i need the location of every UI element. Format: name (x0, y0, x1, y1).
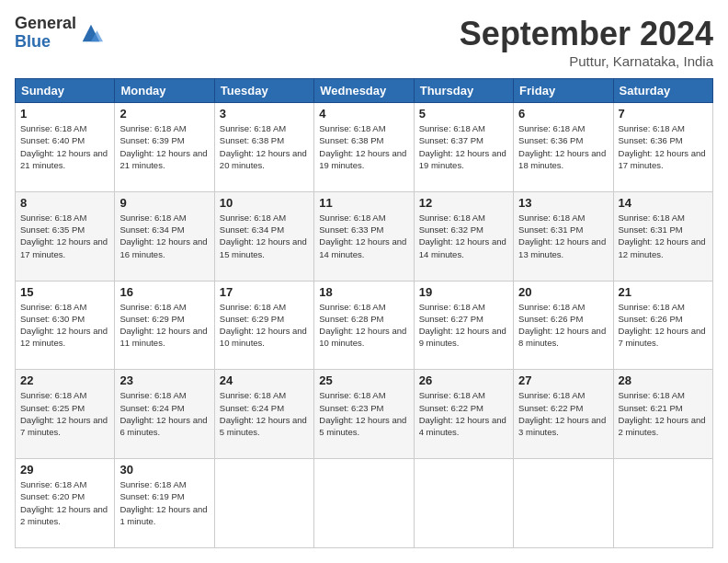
table-row: 16 Sunrise: 6:18 AM Sunset: 6:29 PM Dayl… (115, 281, 214, 370)
table-row (314, 459, 414, 548)
daylight-label: Daylight: 12 hours and 13 minutes. (518, 236, 606, 259)
sunrise-label: Sunrise: 6:18 AM (119, 213, 186, 223)
day-number: 14 (619, 196, 708, 210)
sunrise-label: Sunrise: 6:18 AM (419, 302, 485, 312)
day-info: Sunrise: 6:18 AM Sunset: 6:25 PM Dayligh… (20, 389, 109, 438)
sunset-label: Sunset: 6:22 PM (419, 403, 483, 413)
day-number: 15 (20, 285, 109, 299)
day-number: 9 (119, 196, 209, 210)
sunset-label: Sunset: 6:22 PM (518, 403, 583, 413)
day-info: Sunrise: 6:18 AM Sunset: 6:29 PM Dayligh… (119, 301, 209, 350)
day-info: Sunrise: 6:18 AM Sunset: 6:24 PM Dayligh… (220, 389, 309, 438)
day-number: 18 (319, 285, 408, 299)
daylight-label: Daylight: 12 hours and 21 minutes. (20, 148, 108, 170)
sunset-label: Sunset: 6:21 PM (619, 403, 683, 413)
sunrise-label: Sunrise: 6:18 AM (619, 302, 685, 312)
day-number: 24 (220, 373, 309, 387)
col-sunday: Sunday (16, 79, 115, 103)
sunrise-label: Sunrise: 6:18 AM (20, 213, 86, 223)
sunrise-label: Sunrise: 6:18 AM (319, 390, 385, 400)
sunset-label: Sunset: 6:20 PM (20, 491, 85, 501)
table-row: 21 Sunrise: 6:18 AM Sunset: 6:26 PM Dayl… (613, 281, 712, 370)
col-saturday: Saturday (613, 79, 712, 103)
daylight-label: Daylight: 12 hours and 3 minutes. (518, 415, 606, 437)
sunset-label: Sunset: 6:34 PM (119, 224, 184, 235)
day-info: Sunrise: 6:18 AM Sunset: 6:36 PM Dayligh… (518, 122, 608, 171)
day-info: Sunrise: 6:18 AM Sunset: 6:38 PM Dayligh… (220, 122, 309, 171)
table-row: 12 Sunrise: 6:18 AM Sunset: 6:32 PM Dayl… (414, 191, 513, 281)
sunset-label: Sunset: 6:36 PM (619, 135, 683, 145)
table-row: 18 Sunrise: 6:18 AM Sunset: 6:28 PM Dayl… (314, 281, 414, 370)
table-row: 23 Sunrise: 6:18 AM Sunset: 6:24 PM Dayl… (115, 370, 214, 459)
daylight-label: Daylight: 12 hours and 10 minutes. (220, 326, 307, 348)
daylight-label: Daylight: 12 hours and 7 minutes. (619, 326, 706, 348)
daylight-label: Daylight: 12 hours and 7 minutes. (20, 415, 108, 437)
sunrise-label: Sunrise: 6:18 AM (518, 302, 585, 312)
day-number: 2 (119, 107, 209, 121)
day-info: Sunrise: 6:18 AM Sunset: 6:40 PM Dayligh… (20, 122, 109, 171)
table-row: 28 Sunrise: 6:18 AM Sunset: 6:21 PM Dayl… (613, 370, 712, 459)
table-row: 17 Sunrise: 6:18 AM Sunset: 6:29 PM Dayl… (214, 281, 313, 370)
logo-text: General Blue (15, 15, 76, 52)
day-info: Sunrise: 6:18 AM Sunset: 6:31 PM Dayligh… (518, 212, 608, 260)
sunset-label: Sunset: 6:26 PM (518, 314, 583, 324)
sunrise-label: Sunrise: 6:18 AM (319, 302, 385, 312)
calendar-table: Sunday Monday Tuesday Wednesday Thursday… (15, 78, 713, 548)
sunset-label: Sunset: 6:38 PM (220, 135, 284, 145)
sunset-label: Sunset: 6:26 PM (619, 314, 683, 324)
day-info: Sunrise: 6:18 AM Sunset: 6:21 PM Dayligh… (619, 389, 708, 438)
day-number: 22 (20, 373, 109, 387)
sunset-label: Sunset: 6:31 PM (619, 224, 683, 235)
daylight-label: Daylight: 12 hours and 14 minutes. (419, 236, 506, 259)
table-row: 4 Sunrise: 6:18 AM Sunset: 6:38 PM Dayli… (314, 103, 414, 192)
day-info: Sunrise: 6:18 AM Sunset: 6:32 PM Dayligh… (419, 212, 508, 260)
page: General Blue September 2024 Puttur, Karn… (0, 0, 728, 563)
day-info: Sunrise: 6:18 AM Sunset: 6:39 PM Dayligh… (119, 122, 209, 171)
day-info: Sunrise: 6:18 AM Sunset: 6:34 PM Dayligh… (220, 212, 309, 260)
daylight-label: Daylight: 12 hours and 2 minutes. (619, 415, 706, 437)
day-info: Sunrise: 6:18 AM Sunset: 6:35 PM Dayligh… (20, 212, 109, 260)
sunrise-label: Sunrise: 6:18 AM (119, 390, 186, 400)
calendar-week-row: 29 Sunrise: 6:18 AM Sunset: 6:20 PM Dayl… (16, 459, 713, 548)
table-row: 26 Sunrise: 6:18 AM Sunset: 6:22 PM Dayl… (414, 370, 513, 459)
sunrise-label: Sunrise: 6:18 AM (220, 390, 286, 400)
sunset-label: Sunset: 6:38 PM (319, 135, 383, 145)
sunrise-label: Sunrise: 6:18 AM (220, 213, 286, 223)
daylight-label: Daylight: 12 hours and 14 minutes. (319, 236, 406, 259)
sunset-label: Sunset: 6:33 PM (319, 224, 383, 235)
day-info: Sunrise: 6:18 AM Sunset: 6:33 PM Dayligh… (319, 212, 408, 260)
table-row: 10 Sunrise: 6:18 AM Sunset: 6:34 PM Dayl… (214, 191, 313, 281)
table-row: 25 Sunrise: 6:18 AM Sunset: 6:23 PM Dayl… (314, 370, 414, 459)
sunrise-label: Sunrise: 6:18 AM (220, 123, 286, 133)
day-info: Sunrise: 6:18 AM Sunset: 6:19 PM Dayligh… (119, 478, 209, 527)
sunrise-label: Sunrise: 6:18 AM (518, 390, 585, 400)
col-thursday: Thursday (414, 79, 513, 103)
sunrise-label: Sunrise: 6:18 AM (319, 213, 385, 223)
day-info: Sunrise: 6:18 AM Sunset: 6:36 PM Dayligh… (619, 122, 708, 171)
sunset-label: Sunset: 6:29 PM (119, 314, 184, 324)
sunrise-label: Sunrise: 6:18 AM (419, 123, 485, 133)
table-row: 13 Sunrise: 6:18 AM Sunset: 6:31 PM Dayl… (514, 191, 613, 281)
sunset-label: Sunset: 6:35 PM (20, 224, 85, 235)
title-block: September 2024 Puttur, Karnataka, India (460, 15, 713, 69)
sunset-label: Sunset: 6:27 PM (419, 314, 483, 324)
table-row: 3 Sunrise: 6:18 AM Sunset: 6:38 PM Dayli… (214, 103, 313, 192)
daylight-label: Daylight: 12 hours and 18 minutes. (518, 148, 606, 170)
day-number: 3 (220, 107, 309, 121)
sunrise-label: Sunrise: 6:18 AM (220, 302, 286, 312)
day-number: 25 (319, 373, 408, 387)
day-number: 12 (419, 196, 508, 210)
sunrise-label: Sunrise: 6:18 AM (119, 123, 186, 133)
daylight-label: Daylight: 12 hours and 17 minutes. (619, 148, 706, 170)
table-row: 19 Sunrise: 6:18 AM Sunset: 6:27 PM Dayl… (414, 281, 513, 370)
day-info: Sunrise: 6:18 AM Sunset: 6:38 PM Dayligh… (319, 122, 408, 171)
day-info: Sunrise: 6:18 AM Sunset: 6:26 PM Dayligh… (518, 301, 608, 350)
day-info: Sunrise: 6:18 AM Sunset: 6:30 PM Dayligh… (20, 301, 109, 350)
sunrise-label: Sunrise: 6:18 AM (619, 390, 685, 400)
table-row: 9 Sunrise: 6:18 AM Sunset: 6:34 PM Dayli… (115, 191, 214, 281)
day-number: 30 (119, 463, 209, 477)
sunrise-label: Sunrise: 6:18 AM (20, 479, 86, 489)
daylight-label: Daylight: 12 hours and 5 minutes. (319, 415, 406, 437)
sunset-label: Sunset: 6:29 PM (220, 314, 284, 324)
day-info: Sunrise: 6:18 AM Sunset: 6:28 PM Dayligh… (319, 301, 408, 350)
